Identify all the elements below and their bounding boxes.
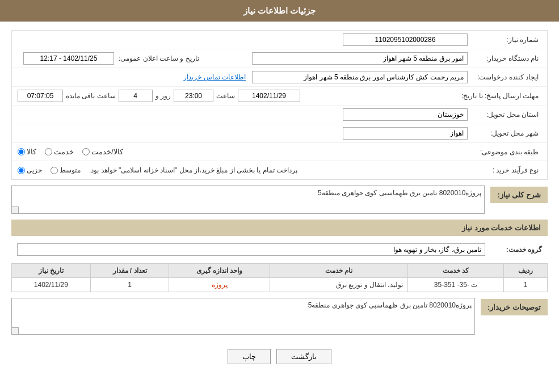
need-desc-title: شرح کلی نیاز: xyxy=(497,191,541,199)
buyer-desc-title: توصیحات خریدار: xyxy=(487,303,541,311)
buyer-desc-section: توصیحات خریدار: پروژه8020010 تامین برق ظ… xyxy=(11,298,548,335)
province-input[interactable] xyxy=(343,108,468,121)
page-wrapper: جزئیات اطلاعات نیاز شماره نیاز: نام دستگ… xyxy=(0,0,559,392)
need-number-value xyxy=(18,33,468,46)
cell-date: 1402/11/29 xyxy=(12,278,91,292)
deadline-remaining-label: ساعت باقی مانده xyxy=(66,92,116,100)
deadline-value: ساعت روز و ساعت باقی مانده xyxy=(18,90,461,102)
province-value xyxy=(18,108,468,121)
col-date: تاریخ نیاز xyxy=(12,264,91,278)
service-group-row: گروه خدمت: xyxy=(11,241,548,259)
category-row: طبقه بندی موضوعی: کالا/خدمت خدمت کالا xyxy=(12,143,547,161)
buyer-org-label: نام دستگاه خریدار: xyxy=(468,54,541,62)
city-value xyxy=(18,127,468,140)
deadline-day-label: روز و xyxy=(155,92,171,100)
need-number-input[interactable] xyxy=(343,33,468,46)
deadline-row: مهلت ارسال پاسخ: تا تاریخ: ساعت روز و سا… xyxy=(12,87,547,106)
purchase-motavaset-radio[interactable] xyxy=(51,167,58,174)
page-title: جزئیات اطلاعات نیاز xyxy=(243,6,316,15)
service-group-label: گروه خدمت: xyxy=(485,246,542,254)
buyer-org-row: نام دستگاه خریدار: تاریخ و ساعت اعلان عم… xyxy=(12,49,547,68)
purchase-type-label: نوع فرآیند خرید : xyxy=(468,166,541,174)
purchase-type-value: پرداخت تمام یا بخشی از مبلغ خرید،از محل … xyxy=(18,166,468,174)
category-khedmat-radio[interactable] xyxy=(45,148,52,155)
print-button[interactable]: چاپ xyxy=(228,349,271,364)
need-desc-box: پروژه8020010 تامین برق ظهماسبی کوی جواهر… xyxy=(11,186,485,214)
buyer-org-input[interactable] xyxy=(252,52,468,65)
need-number-label: شماره نیاز: xyxy=(468,36,541,44)
category-kala-radio[interactable] xyxy=(18,148,25,155)
need-desc-section: شرح کلی نیاز: پروژه8020010 تامین برق ظهم… xyxy=(11,186,548,214)
province-row: استان محل تحویل: xyxy=(12,106,547,124)
need-desc-content: پروژه8020010 تامین برق ظهماسبی کوی جواهر… xyxy=(11,186,485,214)
services-section: اطلاعات خدمات مورد نیاز گروه خدمت: ردیف … xyxy=(11,220,548,292)
buyer-desc-value: پروژه8020010 تامین برق ظهماسبی کوی جواهر… xyxy=(308,301,472,309)
deadline-remaining-input[interactable] xyxy=(18,90,63,102)
category-kala-khedmat-item[interactable]: کالا/خدمت xyxy=(82,147,123,156)
purchase-jozii-label: جزیی xyxy=(27,166,42,174)
resize-handle[interactable] xyxy=(12,206,19,213)
purchase-type-row: نوع فرآیند خرید : پرداخت تمام یا بخشی از… xyxy=(12,161,547,179)
need-number-row: شماره نیاز: xyxy=(12,31,547,49)
buyer-org-value xyxy=(246,52,468,65)
service-group-input[interactable] xyxy=(17,243,485,256)
category-label: طبقه بندی موضوعی: xyxy=(468,148,541,156)
city-input[interactable] xyxy=(343,127,468,140)
back-button[interactable]: بازگشت xyxy=(276,349,331,364)
category-value: کالا/خدمت خدمت کالا xyxy=(18,147,468,156)
cell-count: 1 xyxy=(90,278,169,292)
bottom-buttons: بازگشت چاپ xyxy=(11,340,548,373)
requester-label: ایجاد کننده درخواست: xyxy=(468,73,541,81)
cell-name: تولید، انتقال و توزیع برق xyxy=(270,278,408,292)
announce-date-input[interactable] xyxy=(23,52,114,65)
city-row: شهر محل تحویل: xyxy=(12,124,547,143)
contact-link[interactable]: اطلاعات تماس خریدار xyxy=(183,73,246,81)
deadline-time-input[interactable] xyxy=(174,90,213,102)
purchase-note: پرداخت تمام یا بخشی از مبلغ خرید،از محل … xyxy=(89,166,297,174)
content-area: شماره نیاز: نام دستگاه خریدار: تاریخ و س… xyxy=(0,22,559,381)
page-header: جزئیات اطلاعات نیاز xyxy=(0,0,559,22)
buyer-desc-content: پروژه8020010 تامین برق ظهماسبی کوی جواهر… xyxy=(11,298,475,335)
deadline-label: مهلت ارسال پاسخ: تا تاریخ: xyxy=(461,92,541,100)
table-row: 1 ت -35- 351-35 تولید، انتقال و توزیع بر… xyxy=(12,278,548,292)
category-khedmat-item[interactable]: خدمت xyxy=(45,147,74,156)
city-label: شهر محل تحویل: xyxy=(468,129,541,137)
category-kala-khedmat-radio[interactable] xyxy=(82,148,90,155)
category-kala-khedmat-label: کالا/خدمت xyxy=(91,147,123,156)
cell-unit: پروژه xyxy=(169,278,270,292)
main-form-section: شماره نیاز: نام دستگاه خریدار: تاریخ و س… xyxy=(11,30,548,180)
deadline-days-input[interactable] xyxy=(119,90,153,102)
requester-row: ایجاد کننده درخواست: اطلاعات تماس خریدار xyxy=(12,68,547,87)
need-desc-header: شرح کلی نیاز: xyxy=(490,187,548,203)
category-kala-label: کالا xyxy=(27,147,36,156)
purchase-motavaset-item[interactable]: متوسط xyxy=(51,166,81,174)
purchase-motavaset-label: متوسط xyxy=(60,166,81,174)
col-name: نام خدمت xyxy=(270,264,408,278)
table-header-row: ردیف کد خدمت نام خدمت واحد اندازه گیری ت… xyxy=(12,264,548,278)
requester-value: اطلاعات تماس خریدار xyxy=(18,71,468,83)
buyer-desc-header: توصیحات خریدار: xyxy=(481,299,548,315)
purchase-jozii-radio[interactable] xyxy=(18,167,25,174)
cell-code: ت -35- 351-35 xyxy=(408,278,503,292)
requester-input[interactable] xyxy=(252,71,468,83)
buyer-desc-box: پروژه8020010 تامین برق ظهماسبی کوی جواهر… xyxy=(11,298,475,335)
col-unit: واحد اندازه گیری xyxy=(169,264,270,278)
deadline-time-label: ساعت xyxy=(216,92,235,100)
category-kala-item[interactable]: کالا xyxy=(18,147,36,156)
services-table: ردیف کد خدمت نام خدمت واحد اندازه گیری ت… xyxy=(11,263,548,292)
cell-radif: 1 xyxy=(503,278,547,292)
col-count: تعداد / مقدار xyxy=(90,264,169,278)
announce-date-label: تاریخ و ساعت اعلان عمومی: xyxy=(119,54,199,62)
purchase-jozii-item[interactable]: جزیی xyxy=(18,166,42,174)
deadline-date-input[interactable] xyxy=(238,90,300,102)
col-radif: ردیف xyxy=(503,264,547,278)
need-desc-value: پروژه8020010 تامین برق ظهماسبی کوی جواهر… xyxy=(318,189,481,197)
resize-handle-buyer[interactable] xyxy=(12,327,19,334)
province-label: استان محل تحویل: xyxy=(468,111,541,119)
services-section-title: اطلاعات خدمات مورد نیاز xyxy=(11,220,548,236)
col-code: کد خدمت xyxy=(408,264,503,278)
category-khedmat-label: خدمت xyxy=(54,147,74,156)
